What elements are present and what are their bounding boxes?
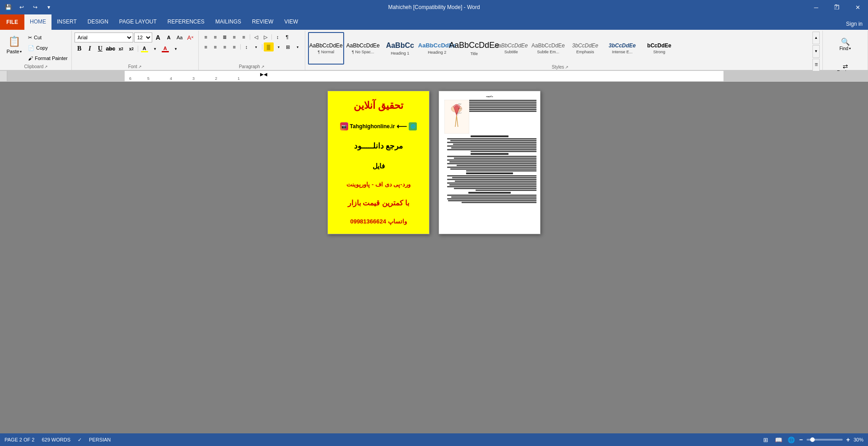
line-spacing-dropdown[interactable]: ▾ <box>252 42 261 51</box>
font-clear-btn[interactable]: A✕ <box>186 33 196 42</box>
para-row-2: ≡ ≡ ≡ ≡ ↕ ▾ ▒ ▾ ⊞ ▾ <box>201 42 302 51</box>
style-normal[interactable]: AaBbCcDdEe ¶ Normal <box>308 32 344 65</box>
cut-icon: ✂ <box>28 35 32 41</box>
superscript-btn[interactable]: x2 <box>126 44 136 54</box>
shading-btn[interactable]: ▒ <box>264 42 274 51</box>
sort-btn[interactable]: ↕ <box>273 33 282 42</box>
list-btn5[interactable]: ≡ <box>239 33 248 42</box>
web-layout-btn[interactable]: 🌐 <box>787 435 796 444</box>
spell-check-icon[interactable]: ✓ <box>78 437 82 443</box>
restore-btn[interactable]: ❐ <box>826 0 847 14</box>
zoom-plus-btn[interactable]: + <box>846 436 850 443</box>
find-btn[interactable]: 🔍 Find ▾ <box>833 33 858 56</box>
borders-btn[interactable]: ⊞ <box>284 42 293 51</box>
zoom-percent[interactable]: 30% <box>854 437 863 442</box>
align-right-btn[interactable]: ≡ <box>220 42 229 51</box>
style-emphasis[interactable]: 3bCcDdEe Emphasis <box>567 32 603 65</box>
borders-dropdown[interactable]: ▾ <box>293 42 302 51</box>
find-label: Find ▾ <box>840 46 851 51</box>
style-title[interactable]: AaBbCcDdEe Title <box>456 32 492 65</box>
read-mode-btn[interactable]: 📖 <box>774 435 783 444</box>
page-doc-content: ماهیچه عضله <box>439 91 540 207</box>
font-family-select[interactable]: Arial <box>75 33 133 42</box>
tab-mailings[interactable]: MAILINGS <box>210 14 247 30</box>
font-color-dropdown[interactable]: ▾ <box>171 44 181 54</box>
list-btn4[interactable]: ≡ <box>230 33 239 42</box>
svg-text:تاندون: تاندون <box>458 107 462 109</box>
style-subtle-em[interactable]: AaBbCcDdEe Subtle Em... <box>530 32 566 65</box>
zoom-slider[interactable] <box>807 439 843 441</box>
align-left-btn[interactable]: ≡ <box>201 42 210 51</box>
format-painter-btn[interactable]: 🖌 Format Painter <box>26 53 70 63</box>
svg-text:عضله: عضله <box>458 103 462 105</box>
style-no-spacing[interactable]: AaBbCcDdEe ¶ No Spac... <box>345 32 381 65</box>
bold-btn[interactable]: B <box>75 44 84 54</box>
list-numbers-btn[interactable]: ≡ <box>211 33 220 42</box>
clipboard-expander[interactable]: ↗ <box>44 65 48 69</box>
style-intense-em-preview: 3bCcDdEe <box>609 42 636 49</box>
increase-indent-btn[interactable]: ▷ <box>261 33 270 42</box>
paste-dropdown-arrow[interactable]: ▾ <box>20 50 22 54</box>
list-bullets-btn[interactable]: ≡ <box>201 33 210 42</box>
style-strong[interactable]: bCcDdEe Strong <box>641 32 677 65</box>
font-color-btn[interactable]: A <box>160 44 170 54</box>
paste-label: Paste <box>6 49 19 54</box>
paste-btn[interactable]: 📋 Paste ▾ <box>3 33 25 56</box>
align-justify-btn[interactable]: ≡ <box>230 42 239 51</box>
tab-insert[interactable]: INSERT <box>51 14 82 30</box>
doc-header-text: ماهیچه <box>443 95 537 98</box>
ruler-num-3: 3 <box>192 76 195 81</box>
tab-references[interactable]: REFERENCES <box>162 14 210 30</box>
line-spacing-btn[interactable]: ↕ <box>242 42 251 51</box>
decrease-indent-btn[interactable]: ◁ <box>252 33 261 42</box>
style-emphasis-preview: 3bCcDdEe <box>572 42 598 49</box>
paragraph-label: Paragraph ↗ <box>201 64 302 70</box>
save-quick-btn[interactable]: 💾 <box>2 1 14 13</box>
paragraph-expander[interactable]: ↗ <box>261 65 265 69</box>
close-btn[interactable]: ✕ <box>847 0 868 14</box>
styles-expander[interactable]: ↗ <box>565 65 569 70</box>
font-expander[interactable]: ↗ <box>138 65 142 69</box>
redo-quick-btn[interactable]: ↪ <box>29 1 41 13</box>
styles-scroll-more[interactable]: ☰ <box>812 59 820 71</box>
para-divider4 <box>262 44 262 50</box>
align-center-btn[interactable]: ≡ <box>211 42 220 51</box>
shading-dropdown[interactable]: ▾ <box>274 42 283 51</box>
text-highlight-btn[interactable]: A <box>140 44 149 54</box>
tab-page-layout[interactable]: PAGE LAYOUT <box>114 14 162 30</box>
page-1: تحقیق آنلاین 📷 Tahghighonline.ir ⟵ 🌐 مرج… <box>327 91 429 234</box>
style-subtitle[interactable]: AaBbCcDdEe Subtitle <box>493 32 529 65</box>
tab-view[interactable]: VIEW <box>279 14 303 30</box>
tab-review[interactable]: REVIEW <box>247 14 279 30</box>
para-marks-btn[interactable]: ¶ <box>283 33 292 42</box>
subscript-btn[interactable]: x2 <box>116 44 126 54</box>
italic-btn[interactable]: I <box>85 44 95 54</box>
ribbon: FILE HOME INSERT DESIGN PAGE LAYOUT REFE… <box>0 14 868 71</box>
sign-in-btn[interactable]: Sign in <box>840 18 868 30</box>
tab-design[interactable]: DESIGN <box>82 14 114 30</box>
undo-quick-btn[interactable]: ↩ <box>16 1 28 13</box>
tab-file[interactable]: FILE <box>0 14 24 30</box>
ruler-center-marker: ▶◀ <box>260 72 267 77</box>
font-shrink-btn[interactable]: A <box>164 33 174 42</box>
minimize-btn[interactable]: ─ <box>806 0 826 14</box>
qa-dropdown-btn[interactable]: ▾ <box>43 1 55 13</box>
copy-btn[interactable]: 📄 Copy <box>26 43 70 53</box>
styles-scroll-down[interactable]: ▼ <box>812 45 820 58</box>
font-size-select[interactable]: 12 <box>134 33 152 42</box>
tab-home[interactable]: HOME <box>24 14 51 30</box>
cut-btn[interactable]: ✂ Cut <box>26 33 70 42</box>
list-multi-btn[interactable]: ≣ <box>220 33 229 42</box>
format-painter-label: Format Painter <box>35 56 68 61</box>
strikethrough-btn[interactable]: abc <box>106 44 116 54</box>
underline-btn[interactable]: U <box>95 44 105 54</box>
zoom-minus-btn[interactable]: − <box>799 436 803 443</box>
word-count: 629 WORDS <box>42 437 70 442</box>
highlight-dropdown[interactable]: ▾ <box>150 44 160 54</box>
font-case-btn[interactable]: Aa <box>175 33 185 42</box>
styles-scroll-up[interactable]: ▲ <box>812 32 820 44</box>
print-layout-btn[interactable]: ⊞ <box>761 435 770 444</box>
style-intense-em[interactable]: 3bCcDdEe Intense E... <box>604 32 640 65</box>
font-grow-btn[interactable]: A <box>153 33 163 42</box>
style-heading1[interactable]: AaBbCc Heading 1 <box>382 32 418 65</box>
